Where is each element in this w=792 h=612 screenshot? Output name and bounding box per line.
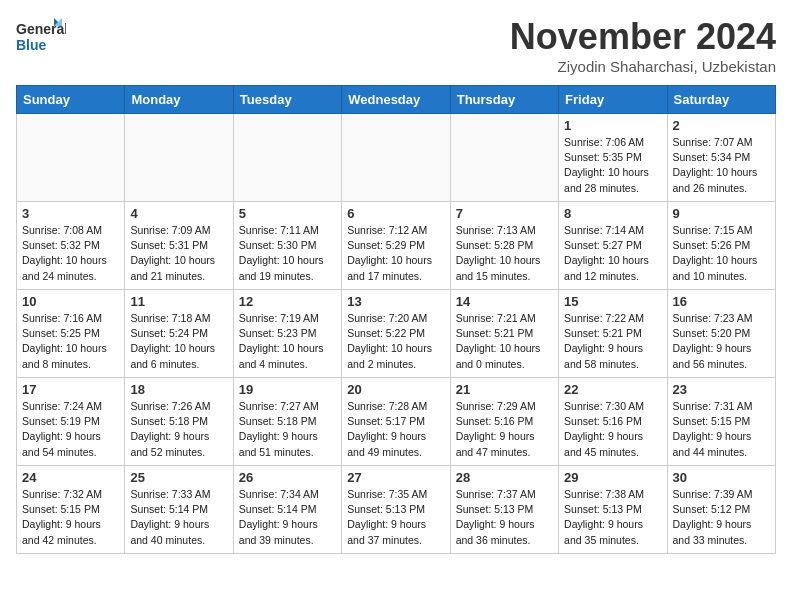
calendar-cell: 26Sunrise: 7:34 AM Sunset: 5:14 PM Dayli… — [233, 466, 341, 554]
calendar-cell: 29Sunrise: 7:38 AM Sunset: 5:13 PM Dayli… — [559, 466, 667, 554]
day-info: Sunrise: 7:16 AM Sunset: 5:25 PM Dayligh… — [22, 311, 119, 372]
calendar-week-row: 3Sunrise: 7:08 AM Sunset: 5:32 PM Daylig… — [17, 202, 776, 290]
calendar-cell: 11Sunrise: 7:18 AM Sunset: 5:24 PM Dayli… — [125, 290, 233, 378]
calendar-cell: 13Sunrise: 7:20 AM Sunset: 5:22 PM Dayli… — [342, 290, 450, 378]
calendar-week-row: 10Sunrise: 7:16 AM Sunset: 5:25 PM Dayli… — [17, 290, 776, 378]
calendar-cell: 2Sunrise: 7:07 AM Sunset: 5:34 PM Daylig… — [667, 114, 775, 202]
calendar-cell: 25Sunrise: 7:33 AM Sunset: 5:14 PM Dayli… — [125, 466, 233, 554]
calendar-cell: 16Sunrise: 7:23 AM Sunset: 5:20 PM Dayli… — [667, 290, 775, 378]
day-number: 23 — [673, 382, 770, 397]
weekday-header: Wednesday — [342, 86, 450, 114]
day-number: 9 — [673, 206, 770, 221]
day-number: 7 — [456, 206, 553, 221]
svg-text:Blue: Blue — [16, 37, 47, 53]
calendar-header-row: SundayMondayTuesdayWednesdayThursdayFrid… — [17, 86, 776, 114]
day-info: Sunrise: 7:13 AM Sunset: 5:28 PM Dayligh… — [456, 223, 553, 284]
day-number: 30 — [673, 470, 770, 485]
day-info: Sunrise: 7:08 AM Sunset: 5:32 PM Dayligh… — [22, 223, 119, 284]
calendar-cell: 6Sunrise: 7:12 AM Sunset: 5:29 PM Daylig… — [342, 202, 450, 290]
day-number: 22 — [564, 382, 661, 397]
calendar-cell: 20Sunrise: 7:28 AM Sunset: 5:17 PM Dayli… — [342, 378, 450, 466]
day-info: Sunrise: 7:14 AM Sunset: 5:27 PM Dayligh… — [564, 223, 661, 284]
day-info: Sunrise: 7:18 AM Sunset: 5:24 PM Dayligh… — [130, 311, 227, 372]
day-info: Sunrise: 7:29 AM Sunset: 5:16 PM Dayligh… — [456, 399, 553, 460]
calendar-cell: 28Sunrise: 7:37 AM Sunset: 5:13 PM Dayli… — [450, 466, 558, 554]
calendar-cell — [342, 114, 450, 202]
day-number: 8 — [564, 206, 661, 221]
day-info: Sunrise: 7:35 AM Sunset: 5:13 PM Dayligh… — [347, 487, 444, 548]
weekday-header: Saturday — [667, 86, 775, 114]
calendar-cell: 14Sunrise: 7:21 AM Sunset: 5:21 PM Dayli… — [450, 290, 558, 378]
calendar-week-row: 17Sunrise: 7:24 AM Sunset: 5:19 PM Dayli… — [17, 378, 776, 466]
day-info: Sunrise: 7:22 AM Sunset: 5:21 PM Dayligh… — [564, 311, 661, 372]
weekday-header: Tuesday — [233, 86, 341, 114]
calendar-cell: 8Sunrise: 7:14 AM Sunset: 5:27 PM Daylig… — [559, 202, 667, 290]
day-number: 2 — [673, 118, 770, 133]
day-number: 28 — [456, 470, 553, 485]
day-number: 6 — [347, 206, 444, 221]
day-info: Sunrise: 7:19 AM Sunset: 5:23 PM Dayligh… — [239, 311, 336, 372]
calendar-cell: 30Sunrise: 7:39 AM Sunset: 5:12 PM Dayli… — [667, 466, 775, 554]
calendar-cell: 19Sunrise: 7:27 AM Sunset: 5:18 PM Dayli… — [233, 378, 341, 466]
day-info: Sunrise: 7:30 AM Sunset: 5:16 PM Dayligh… — [564, 399, 661, 460]
calendar-cell: 18Sunrise: 7:26 AM Sunset: 5:18 PM Dayli… — [125, 378, 233, 466]
logo-svg: GeneralBlue — [16, 16, 66, 58]
day-number: 11 — [130, 294, 227, 309]
day-number: 16 — [673, 294, 770, 309]
day-info: Sunrise: 7:06 AM Sunset: 5:35 PM Dayligh… — [564, 135, 661, 196]
calendar-cell: 24Sunrise: 7:32 AM Sunset: 5:15 PM Dayli… — [17, 466, 125, 554]
day-number: 26 — [239, 470, 336, 485]
page-header: GeneralBlue November 2024 Ziyodin Shahar… — [16, 16, 776, 75]
title-block: November 2024 Ziyodin Shaharchasi, Uzbek… — [510, 16, 776, 75]
weekday-header: Monday — [125, 86, 233, 114]
calendar-cell: 9Sunrise: 7:15 AM Sunset: 5:26 PM Daylig… — [667, 202, 775, 290]
day-info: Sunrise: 7:26 AM Sunset: 5:18 PM Dayligh… — [130, 399, 227, 460]
day-info: Sunrise: 7:11 AM Sunset: 5:30 PM Dayligh… — [239, 223, 336, 284]
day-number: 21 — [456, 382, 553, 397]
day-number: 3 — [22, 206, 119, 221]
calendar-cell: 23Sunrise: 7:31 AM Sunset: 5:15 PM Dayli… — [667, 378, 775, 466]
day-info: Sunrise: 7:37 AM Sunset: 5:13 PM Dayligh… — [456, 487, 553, 548]
calendar-cell — [125, 114, 233, 202]
month-title: November 2024 — [510, 16, 776, 58]
day-number: 12 — [239, 294, 336, 309]
day-info: Sunrise: 7:20 AM Sunset: 5:22 PM Dayligh… — [347, 311, 444, 372]
day-info: Sunrise: 7:15 AM Sunset: 5:26 PM Dayligh… — [673, 223, 770, 284]
day-number: 1 — [564, 118, 661, 133]
day-info: Sunrise: 7:21 AM Sunset: 5:21 PM Dayligh… — [456, 311, 553, 372]
day-info: Sunrise: 7:07 AM Sunset: 5:34 PM Dayligh… — [673, 135, 770, 196]
calendar-week-row: 1Sunrise: 7:06 AM Sunset: 5:35 PM Daylig… — [17, 114, 776, 202]
day-number: 19 — [239, 382, 336, 397]
day-info: Sunrise: 7:34 AM Sunset: 5:14 PM Dayligh… — [239, 487, 336, 548]
calendar-cell: 5Sunrise: 7:11 AM Sunset: 5:30 PM Daylig… — [233, 202, 341, 290]
calendar-cell: 4Sunrise: 7:09 AM Sunset: 5:31 PM Daylig… — [125, 202, 233, 290]
calendar-cell: 22Sunrise: 7:30 AM Sunset: 5:16 PM Dayli… — [559, 378, 667, 466]
calendar-cell — [450, 114, 558, 202]
day-info: Sunrise: 7:33 AM Sunset: 5:14 PM Dayligh… — [130, 487, 227, 548]
day-info: Sunrise: 7:39 AM Sunset: 5:12 PM Dayligh… — [673, 487, 770, 548]
day-number: 14 — [456, 294, 553, 309]
calendar-cell: 17Sunrise: 7:24 AM Sunset: 5:19 PM Dayli… — [17, 378, 125, 466]
day-number: 15 — [564, 294, 661, 309]
day-number: 18 — [130, 382, 227, 397]
day-info: Sunrise: 7:27 AM Sunset: 5:18 PM Dayligh… — [239, 399, 336, 460]
day-number: 24 — [22, 470, 119, 485]
day-info: Sunrise: 7:24 AM Sunset: 5:19 PM Dayligh… — [22, 399, 119, 460]
calendar-cell: 15Sunrise: 7:22 AM Sunset: 5:21 PM Dayli… — [559, 290, 667, 378]
calendar-cell — [17, 114, 125, 202]
calendar-cell: 10Sunrise: 7:16 AM Sunset: 5:25 PM Dayli… — [17, 290, 125, 378]
calendar-cell: 3Sunrise: 7:08 AM Sunset: 5:32 PM Daylig… — [17, 202, 125, 290]
logo: GeneralBlue — [16, 16, 66, 58]
day-number: 5 — [239, 206, 336, 221]
day-number: 4 — [130, 206, 227, 221]
location: Ziyodin Shaharchasi, Uzbekistan — [510, 58, 776, 75]
day-info: Sunrise: 7:38 AM Sunset: 5:13 PM Dayligh… — [564, 487, 661, 548]
weekday-header: Friday — [559, 86, 667, 114]
calendar-cell: 1Sunrise: 7:06 AM Sunset: 5:35 PM Daylig… — [559, 114, 667, 202]
day-number: 13 — [347, 294, 444, 309]
day-number: 25 — [130, 470, 227, 485]
day-number: 27 — [347, 470, 444, 485]
weekday-header: Sunday — [17, 86, 125, 114]
day-number: 17 — [22, 382, 119, 397]
weekday-header: Thursday — [450, 86, 558, 114]
